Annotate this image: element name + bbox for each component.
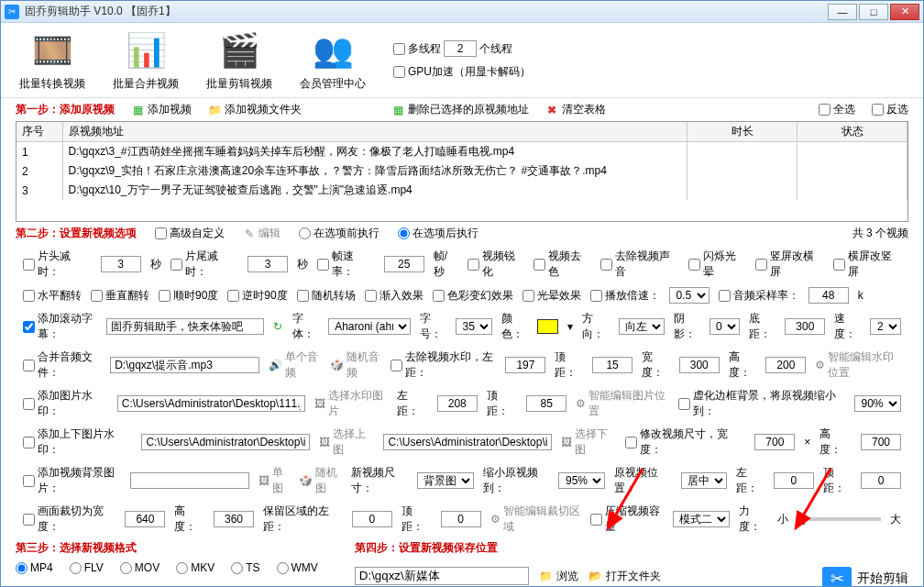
img-wm-checkbox[interactable]: 添加图片水印： — [23, 388, 108, 419]
table-row[interactable]: 3D:\gqxz\10_万宁一男子无证驾驶被查后逃跑，交警"上演"急速追逐.mp… — [16, 181, 908, 200]
glare-checkbox[interactable]: 闪烁光晕 — [688, 249, 746, 280]
step2-edit-button[interactable]: ✎ 编辑 — [243, 226, 280, 241]
bottom-input[interactable] — [785, 318, 825, 335]
select-all-checkbox[interactable]: 全选 — [819, 102, 855, 117]
pos-left-input[interactable] — [774, 472, 814, 489]
gpu-checkbox[interactable]: GPU加速（用显卡解码） — [393, 64, 531, 80]
random-audio-button[interactable]: 🎲随机音频 — [330, 349, 381, 381]
batch-convert-button[interactable]: 🎞️ 批量转换视频 — [19, 28, 85, 92]
thread-count-input[interactable] — [444, 40, 477, 57]
size-select[interactable]: 35 — [456, 318, 492, 335]
colorfx-checkbox[interactable]: 色彩变幻效果 — [433, 288, 513, 304]
crop-w-input[interactable] — [125, 511, 165, 527]
shadow-select[interactable]: 0 — [710, 318, 741, 335]
bg-img-checkbox[interactable]: 添加视频背景图片： — [23, 465, 121, 496]
delete-selected-button[interactable]: ▦ 删除已选择的原视频地址 — [391, 102, 529, 117]
format-radio-mp4[interactable]: MP4 — [16, 561, 53, 574]
resize-w-input[interactable] — [754, 434, 795, 450]
ccw90-checkbox[interactable]: 逆时90度 — [227, 288, 287, 304]
speed-select[interactable]: 0.5 — [669, 287, 710, 304]
add-video-button[interactable]: ▦ 添加视频 — [131, 102, 192, 117]
table-row[interactable]: 1D:\gqxz\3_#江西萌娃坐摇摇车睡着妈妈关掉车后秒醒，网友：像极了老人打… — [16, 142, 908, 162]
smart-crop-button[interactable]: ⚙智能编辑裁切区域 — [490, 504, 582, 535]
exec-before-radio[interactable]: 在选项前执行 — [299, 226, 380, 241]
select-bot-img-button[interactable]: 🖼选择下图 — [561, 426, 617, 458]
remove-audio-checkbox[interactable]: 去除视频声音 — [600, 249, 679, 280]
tail-trim-checkbox[interactable]: 片尾减时： — [170, 249, 239, 280]
video-table[interactable]: 序号 原视频地址 时长 状态 1D:\gqxz\3_#江西萌娃坐摇摇车睡着妈妈关… — [16, 121, 908, 222]
new-size-select[interactable]: 背景图 — [417, 472, 474, 489]
speed2-select[interactable]: 2 — [870, 318, 901, 335]
speed-checkbox[interactable]: 播放倍速： — [590, 288, 660, 304]
shrink-select[interactable]: 95% — [558, 472, 605, 489]
refresh-icon[interactable]: ↻ — [273, 320, 283, 333]
crop-checkbox[interactable]: 画面裁切为宽度： — [23, 504, 116, 535]
format-radio-mkv[interactable]: MKV — [176, 561, 214, 574]
advanced-checkbox[interactable]: 高级自定义 — [155, 226, 225, 241]
random-img-button[interactable]: 🎲随机图 — [299, 465, 342, 496]
img-left-input[interactable] — [437, 395, 478, 412]
browse-button[interactable]: 📁 浏览 — [540, 569, 578, 584]
gradual-checkbox[interactable]: 渐入效果 — [365, 288, 424, 304]
vflip-checkbox[interactable]: 垂直翻转 — [91, 288, 149, 304]
head-trim-input[interactable] — [101, 256, 141, 272]
scroll-text-input[interactable] — [106, 318, 264, 335]
fps-checkbox[interactable]: 帧速率： — [317, 249, 375, 280]
resize-checkbox[interactable]: 修改视频尺寸，宽度： — [625, 426, 745, 458]
start-edit-button[interactable]: ✂ 开始剪辑 — [786, 561, 908, 587]
audio-path-input[interactable] — [110, 357, 259, 373]
sharpen-checkbox[interactable]: 视频锐化 — [468, 249, 525, 280]
pos-top-input[interactable] — [861, 472, 901, 489]
bg-img-path-input[interactable] — [130, 472, 249, 489]
smart-img-button[interactable]: ⚙智能编辑图片位置 — [576, 388, 669, 419]
keep-top-input[interactable] — [441, 511, 481, 527]
img-wm-path-input[interactable] — [117, 395, 305, 412]
force-slider[interactable] — [798, 517, 881, 521]
tail-trim-input[interactable] — [248, 256, 288, 272]
tb-bot-path-input[interactable] — [383, 434, 551, 450]
format-radio-wmv[interactable]: WMV — [277, 561, 318, 574]
single-audio-button[interactable]: 🔊单个音频 — [269, 349, 320, 381]
table-row[interactable]: 2D:\gqxz\9_实拍！石家庄京港澳高速20余车连环事故，？警方：降雪后路面… — [16, 161, 908, 181]
maximize-button[interactable]: □ — [859, 4, 888, 20]
batch-edit-button[interactable]: 🎬 批量剪辑视频 — [206, 28, 272, 92]
img-top-input[interactable] — [526, 395, 566, 412]
smart-wm-button[interactable]: ⚙智能编辑水印位置 — [815, 349, 901, 381]
h2v-checkbox[interactable]: 横屏改竖屏 — [833, 249, 902, 280]
sample-checkbox[interactable]: 音频采样率： — [719, 288, 799, 304]
format-radio-ts[interactable]: TS — [231, 561, 259, 574]
blur-border-checkbox[interactable]: 虚化边框背景，将原视频缩小到： — [678, 388, 845, 419]
halo-checkbox[interactable]: 光晕效果 — [522, 288, 581, 304]
random-trans-checkbox[interactable]: 随机转场 — [297, 288, 356, 304]
scroll-sub-checkbox[interactable]: 添加滚动字幕： — [23, 311, 97, 342]
wm-w-input[interactable] — [679, 357, 720, 373]
pos-select[interactable]: 居中 — [681, 472, 727, 489]
minimize-button[interactable]: — — [828, 4, 857, 20]
decolor-checkbox[interactable]: 视频去色 — [534, 249, 591, 280]
head-trim-checkbox[interactable]: 片头减时： — [23, 249, 92, 280]
invert-checkbox[interactable]: 反选 — [872, 102, 908, 117]
blur-select[interactable]: 90% — [854, 395, 901, 412]
close-button[interactable]: ✕ — [890, 4, 919, 20]
keep-left-input[interactable] — [352, 511, 392, 527]
format-radio-mov[interactable]: MOV — [120, 561, 160, 574]
crop-h-input[interactable] — [214, 511, 254, 527]
color-swatch[interactable] — [537, 319, 558, 334]
wm-h-input[interactable] — [765, 357, 806, 373]
compress-select[interactable]: 模式二 — [673, 511, 730, 527]
resize-h-input[interactable] — [861, 434, 901, 450]
tb-wm-checkbox[interactable]: 添加上下图片水印： — [23, 426, 132, 458]
add-folder-button[interactable]: 📁 添加视频文件夹 — [208, 102, 302, 117]
compress-checkbox[interactable]: 压缩视频容量 — [590, 504, 664, 535]
tb-top-path-input[interactable] — [141, 434, 309, 450]
v2h-checkbox[interactable]: 竖屏改横屏 — [755, 249, 824, 280]
format-radio-flv[interactable]: FLV — [70, 561, 104, 574]
hflip-checkbox[interactable]: 水平翻转 — [23, 288, 82, 304]
sample-input[interactable] — [808, 287, 849, 304]
chevron-down-icon[interactable]: ▾ — [567, 320, 573, 333]
select-wm-img-button[interactable]: 🖼选择水印图片 — [314, 388, 389, 419]
cw90-checkbox[interactable]: 顺时90度 — [159, 288, 218, 304]
fps-input[interactable] — [384, 256, 424, 272]
member-center-button[interactable]: 👥 会员管理中心 — [300, 28, 366, 92]
single-img-button[interactable]: 🖼单图 — [258, 465, 290, 496]
